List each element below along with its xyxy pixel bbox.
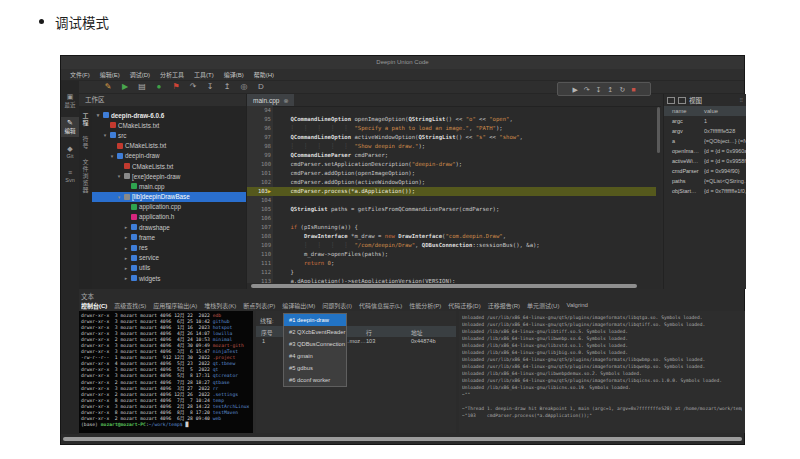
code-line-94[interactable] xyxy=(273,106,656,115)
menu-item-6[interactable]: 帮助(H) xyxy=(249,70,279,79)
tree-row[interactable]: main.cpp xyxy=(92,181,246,191)
tree-row[interactable]: ▾deepin-draw xyxy=(92,151,246,161)
rail-item-最近[interactable]: ▣最近 xyxy=(61,91,79,111)
code-line-101[interactable]: cmdParser.addOption(openImageOption); xyxy=(273,169,656,178)
code-area[interactable]: QCommandLineOption openImageOption(QStri… xyxy=(273,106,656,283)
tree-row[interactable]: ▾[lib]deepinDrawBase xyxy=(92,192,246,202)
editor-horizontal-scrollbar[interactable] xyxy=(251,284,653,288)
variable-row[interactable]: argc1 xyxy=(664,116,746,126)
menu-item-4[interactable]: 工具(T) xyxy=(189,70,219,79)
variable-row[interactable]: activeWi…{d = {d = 0x9958f0}} xyxy=(664,156,746,166)
stop-icon[interactable]: ■ xyxy=(631,86,635,93)
cancel-flag-icon[interactable]: ⚑ xyxy=(171,83,181,91)
settings-icon[interactable]: ◎ xyxy=(239,83,249,91)
gutter-line-100[interactable]: 100 xyxy=(247,160,273,169)
tree-row[interactable]: ▸res xyxy=(92,242,246,252)
code-line-103[interactable]: cmdParser.process(*a.dApplication()); xyxy=(273,187,656,196)
window-titlebar[interactable]: Deepin Union Code xyxy=(61,56,744,69)
rail-item-Svn[interactable]: ≡Svn xyxy=(61,167,79,185)
window-horizontal-scrollbar[interactable] xyxy=(63,437,742,441)
step-into-icon[interactable]: ↧ xyxy=(596,86,602,93)
doc-icon[interactable]: D xyxy=(256,83,266,91)
gutter-line-109[interactable]: 109 xyxy=(247,241,273,250)
build-icon[interactable]: ● xyxy=(154,83,164,91)
bottom-tab-代码迁移(D)[interactable]: 代码迁移(D) xyxy=(448,301,480,310)
panel-split-icon[interactable] xyxy=(678,97,686,104)
code-line-100[interactable]: cmdParser.setApplicationDescription("dee… xyxy=(273,160,656,169)
menu-item-1[interactable]: 编辑(E) xyxy=(95,70,125,79)
tree-row[interactable]: CMakeLists.txt xyxy=(92,120,246,130)
rail-item-编辑[interactable]: ✎编辑 xyxy=(61,117,79,137)
tree-row[interactable]: ▸drawshape xyxy=(92,222,246,232)
step-over-icon[interactable]: ↷ xyxy=(188,83,198,91)
variable-row[interactable]: openIma…{d = {d = 0x9960a0}} xyxy=(664,146,746,156)
code-line-97[interactable]: QCommandLineOption activeWindowOption(QS… xyxy=(273,133,656,142)
variable-row[interactable]: argv0x7fffffffe528 xyxy=(664,126,746,136)
gutter-line-95[interactable]: 95 xyxy=(247,115,273,124)
bottom-tab-控制台(C)[interactable]: 控制台(C) xyxy=(81,301,107,310)
thread-item-#2 QXcbEventReader[interactable]: #2 QXcbEventReader xyxy=(284,326,346,338)
code-line-96[interactable]: ┆ ┆ ┆ ┆ ┆ "Specify a path to load an ima… xyxy=(273,124,656,133)
restart-icon[interactable]: ↻ xyxy=(619,86,625,93)
code-line-98[interactable]: ┆ ┆ ┆ ┆ ┆ "Show deepin draw."); xyxy=(273,142,656,151)
gutter-line-107[interactable]: 107 xyxy=(247,223,273,232)
gutter-line-101[interactable]: 101 xyxy=(247,169,273,178)
tree-row[interactable]: ▾deepin-draw-6.0.6 xyxy=(92,110,246,120)
gutter-line-105[interactable]: 105 xyxy=(247,205,273,214)
console-terminal[interactable]: drwxr-xr-x 3 mozart mozart 4096 12月 22 2… xyxy=(79,311,253,433)
gutter-line-113[interactable]: 113 xyxy=(247,277,273,283)
tree-row[interactable]: ▸widgets xyxy=(92,273,246,283)
menu-item-2[interactable]: 调试(D) xyxy=(125,70,155,79)
bottom-tab-Valgrind[interactable]: Valgrind xyxy=(566,302,588,308)
variable-row[interactable]: objStart…{d = 0x7fffffffe1f0, e… xyxy=(664,186,746,196)
gutter-line-102[interactable]: 102 xyxy=(247,178,273,187)
code-line-102[interactable]: cmdParser.addOption(activeWindowOption); xyxy=(273,178,656,187)
scrollbar-thumb[interactable] xyxy=(251,284,637,288)
bottom-tab-代码信息提示(L)[interactable]: 代码信息提示(L) xyxy=(359,301,402,310)
thread-item-#6 dconf worker[interactable]: #6 dconf worker xyxy=(284,374,346,386)
workspace-tab-工程[interactable]: 工程 xyxy=(81,113,90,127)
gutter-line-94[interactable]: 94 xyxy=(247,106,273,115)
code-line-95[interactable]: QCommandLineOption openImageOption(QStri… xyxy=(273,115,656,124)
gutter-line-99[interactable]: 99 xyxy=(247,151,273,160)
thread-item-#1 deepin-draw[interactable]: #1 deepin-draw xyxy=(284,314,346,326)
code-line-105[interactable]: QStringList paths = getFilesFromQCommand… xyxy=(273,205,656,214)
close-icon[interactable]: ⊗ xyxy=(283,97,288,104)
step-over-icon[interactable]: ↷ xyxy=(584,86,590,93)
tree-row[interactable]: ▸utils xyxy=(92,263,246,273)
code-line-104[interactable] xyxy=(273,196,656,205)
step-out-icon[interactable]: ↥ xyxy=(222,83,232,91)
gutter-line-111[interactable]: 111 xyxy=(247,259,273,268)
code-line-99[interactable]: QCommandLineParser cmdParser; xyxy=(273,151,656,160)
code-line-109[interactable]: ┆ ┆ ┆ ┆ "/com/deepin/Draw", QDBusConnect… xyxy=(273,241,656,250)
gutter-line-106[interactable]: 106 xyxy=(247,214,273,223)
menu-item-5[interactable]: 编译(B) xyxy=(219,70,249,79)
gutter-line-110[interactable]: 110 xyxy=(247,250,273,259)
bottom-tab-编译输出(M)[interactable]: 编译输出(M) xyxy=(282,301,315,310)
panel-window-icon[interactable] xyxy=(667,97,675,104)
run-icon[interactable]: ▶ xyxy=(120,83,130,91)
continue-icon[interactable]: ▶ xyxy=(572,86,577,93)
step-out-icon[interactable]: ↥ xyxy=(608,86,614,93)
bottom-tab-迁移报告(R)[interactable]: 迁移报告(R) xyxy=(488,301,520,310)
editor-vertical-scrollbar[interactable] xyxy=(657,107,660,282)
code-line-106[interactable] xyxy=(273,214,656,223)
variable-row[interactable]: cmdParser{d = 0x994f90} xyxy=(664,166,746,176)
gutter-line-96[interactable]: 96 xyxy=(247,124,273,133)
code-line-107[interactable]: if (pIsRunning(a)) { xyxy=(273,223,656,232)
tree-row[interactable]: ▸frame xyxy=(92,232,246,242)
terminal-prompt[interactable]: (base) mozart@mozart-PC:~/work/temp$ █ xyxy=(81,422,253,428)
bottom-tab-断点列表(P)[interactable]: 断点列表(P) xyxy=(243,301,275,310)
gutter-line-112[interactable]: 112 xyxy=(247,268,273,277)
gutter-line-103[interactable]: 103▶ xyxy=(247,187,273,196)
tree-row[interactable]: ▸service xyxy=(92,253,246,263)
rail-item-Git[interactable]: ◆Git xyxy=(61,143,79,161)
variable-row[interactable]: a{=QObject…} {=No d… xyxy=(664,136,746,146)
code-line-108[interactable]: DrawInterface *m_draw = new DrawInterfac… xyxy=(273,232,656,241)
thread-item-#5 gdbus[interactable]: #5 gdbus xyxy=(284,362,346,374)
bottom-tab-堆栈列表(K)[interactable]: 堆栈列表(K) xyxy=(204,301,236,310)
tree-row[interactable]: CMakeLists.txt xyxy=(92,141,246,151)
code-line-112[interactable]: } xyxy=(273,268,656,277)
bottom-tab-单元测试(U)[interactable]: 单元测试(U) xyxy=(527,301,559,310)
gutter-line-98[interactable]: 98 xyxy=(247,142,273,151)
